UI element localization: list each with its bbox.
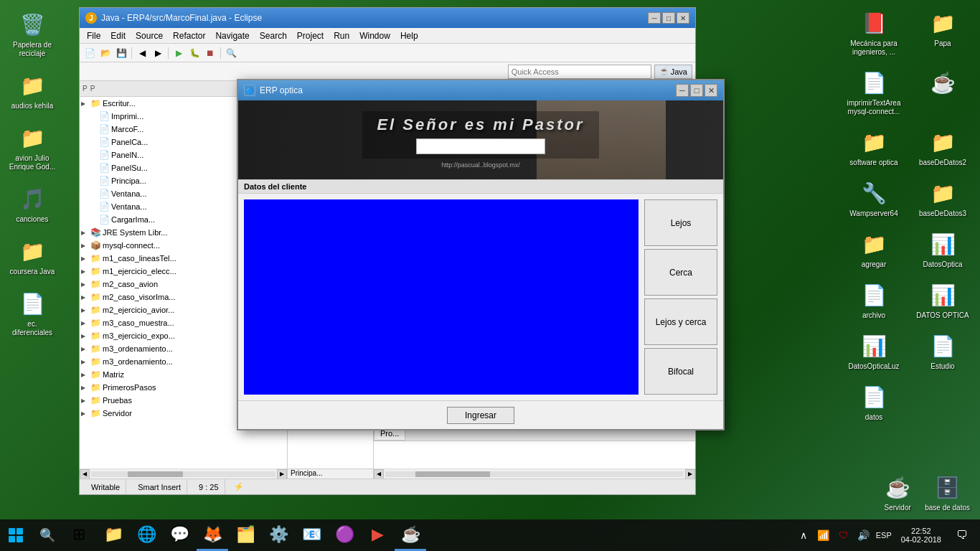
toolbar-search[interactable]: 🔍 — [224, 46, 238, 60]
menu-navigate[interactable]: Navigate — [211, 29, 253, 42]
desktop-icon-datos-optica2[interactable]: 📊 DATOS OPTICA — [911, 278, 974, 323]
desktop-icon-coursera[interactable]: 📁 coursera Java — [4, 234, 61, 279]
eclipse-minimize-btn[interactable]: ─ — [648, 12, 661, 24]
notification-btn[interactable]: 🗨 — [950, 519, 974, 551]
menu-source[interactable]: Source — [131, 29, 167, 42]
taskbar-edge[interactable]: 🌐 — [131, 519, 162, 551]
taskview-icon: ⊞ — [72, 525, 85, 544]
erp-cerca-btn[interactable]: Cerca — [644, 249, 717, 296]
scroll-right-btn[interactable]: ▶ — [277, 469, 287, 479]
erp-lejos-btn[interactable]: Lejos — [644, 199, 717, 246]
taskbar-java[interactable]: ☕ — [395, 519, 426, 551]
taskbar-taskview[interactable]: ⊞ — [63, 519, 95, 551]
eclipse-maximize-btn[interactable]: □ — [662, 12, 675, 24]
desktop-icon-agregar[interactable]: 📁 agregar — [842, 227, 905, 272]
editor-hscroll: ◀ ▶ — [374, 468, 695, 479]
taskbar-explorer[interactable]: 📁 — [98, 519, 129, 551]
desktop-icon-ec[interactable]: 📄 ec. diferenciales — [4, 286, 61, 340]
erp-banner-title: El Señor es mi Pastor — [377, 116, 584, 134]
taskbar-video[interactable]: ▶ — [362, 519, 393, 551]
desktop-icon-canciones[interactable]: 🎵 canciones — [4, 182, 61, 227]
desktop-icon-mecanica[interactable]: 📕 Mecánica para ingenieros, ... — [842, 6, 905, 60]
taskbar-firefox[interactable]: 🦊 — [197, 519, 228, 551]
sidebar-icon-p1: P — [83, 85, 88, 93]
editor-scroll-left[interactable]: ◀ — [374, 469, 384, 479]
desktop-icon-estudio[interactable]: 📄 Estudio — [911, 329, 974, 374]
perspective-java-btn[interactable]: ☕ Java — [654, 65, 692, 79]
taskbar-settings[interactable]: ⚙️ — [263, 519, 294, 551]
erp-minimize-btn[interactable]: ─ — [676, 84, 689, 97]
desktop-icon-wamp[interactable]: 🔧 Wampserver64 — [842, 176, 905, 221]
menu-search[interactable]: Search — [255, 29, 291, 42]
desktop-icon-papa[interactable]: 📁 Papa — [911, 6, 974, 60]
desktop-icon-datos-optica-luz[interactable]: 📊 DatosOpticaLuz — [842, 329, 905, 374]
taskbar-search-btn[interactable]: 🔍 — [32, 519, 63, 551]
scroll-left-btn[interactable]: ◀ — [80, 469, 90, 479]
toolbar-run[interactable]: ▶ — [171, 46, 186, 60]
quick-access-input[interactable] — [508, 65, 651, 79]
eclipse-close-btn[interactable]: ✕ — [677, 12, 689, 24]
menu-project[interactable]: Project — [293, 29, 328, 42]
taskbar-purple[interactable]: 🟣 — [329, 519, 360, 551]
toolbar-open[interactable]: 📂 — [98, 46, 113, 60]
tray-lang[interactable]: ESP — [875, 519, 892, 551]
menu-window[interactable]: Window — [355, 29, 395, 42]
recycle-label: Papelera de reciclaje — [6, 41, 58, 58]
base-datos-icon: 🗄️ — [933, 473, 962, 501]
taskbar-files[interactable]: 🗂️ — [230, 519, 261, 551]
taskbar-clock[interactable]: 22:52 04-02-2018 — [895, 527, 947, 544]
menu-run[interactable]: Run — [329, 29, 354, 42]
tree-label: CargarIma... — [111, 215, 155, 224]
banner-search-field[interactable] — [416, 138, 545, 154]
datos-optica-label: DatosOptica — [923, 260, 962, 269]
editor-scroll-right[interactable]: ▶ — [685, 469, 695, 479]
desktop-icon-servidor[interactable]: ☕ Servidor — [880, 470, 915, 515]
toolbar-stop[interactable]: ⏹ — [203, 46, 217, 60]
tray-volume[interactable]: 🔊 — [855, 519, 872, 551]
eclipse-win-controls: ─ □ ✕ — [648, 12, 689, 24]
desktop-icon-base-datos[interactable]: 🗄️ base de datos — [922, 470, 973, 515]
menu-edit[interactable]: Edit — [106, 29, 130, 42]
bottom-panel: Pro... — [374, 425, 695, 468]
tray-network[interactable]: 📶 — [815, 519, 832, 551]
toolbar-new[interactable]: 📄 — [83, 46, 97, 60]
tray-up-arrow[interactable]: ∧ — [795, 519, 812, 551]
desktop-icon-avion[interactable]: 📁 avion Julio Enrique God... — [4, 121, 61, 174]
desktop-icon-audios[interactable]: 📁 audios kehila — [4, 68, 61, 113]
scroll-track — [91, 471, 275, 477]
tree-label: MarcoF... — [111, 125, 143, 133]
papa-label: Papa — [934, 39, 951, 48]
second-bottom-tab[interactable]: Principa... — [288, 469, 373, 477]
desktop-icon-datos[interactable]: 📄 datos — [842, 380, 905, 425]
servidor-label: Servidor — [885, 504, 911, 512]
menu-help[interactable]: Help — [396, 29, 423, 42]
desktop-icons-right: 📕 Mecánica para ingenieros, ... 📁 Papa 📄… — [837, 0, 980, 502]
file-icon: 📄 — [98, 188, 110, 199]
toolbar-forward[interactable]: ▶ — [151, 46, 165, 60]
desktop-icon-base3[interactable]: 📁 baseDeDatos3 — [911, 176, 974, 221]
erp-lejos-cerca-btn[interactable]: Lejos y cerca — [644, 298, 717, 345]
erp-close-btn[interactable]: ✕ — [705, 84, 717, 97]
taskbar-mail[interactable]: 📧 — [296, 519, 327, 551]
desktop-icon-base2[interactable]: 📁 baseDeDatos2 — [911, 125, 974, 170]
toolbar-save[interactable]: 💾 — [114, 46, 128, 60]
desktop-icon-recycle[interactable]: 🗑️ Papelera de reciclaje — [4, 7, 61, 61]
erp-bifocal-btn[interactable]: Bifocal — [644, 348, 717, 395]
erp-maximize-btn[interactable]: □ — [690, 84, 703, 97]
desktop-icon-archivo[interactable]: 📄 archivo — [842, 278, 905, 323]
toolbar-back[interactable]: ◀ — [135, 46, 149, 60]
desktop-icon-imprimir[interactable]: 📄 imprimirTextArea mysql-connect... — [842, 65, 905, 119]
menu-refactor[interactable]: Refactor — [169, 29, 209, 42]
start-button[interactable] — [0, 519, 32, 551]
search-icon: 🔍 — [39, 527, 55, 543]
volume-icon: 🔊 — [857, 529, 870, 541]
tree-label: m2_caso_avion — [103, 280, 158, 288]
tray-security[interactable]: 🛡 — [835, 519, 852, 551]
desktop-icon-servidor-java[interactable]: ☕ — [911, 65, 974, 119]
toolbar-debug[interactable]: 🐛 — [187, 46, 202, 60]
menu-file[interactable]: File — [83, 29, 105, 42]
erp-ingresar-btn[interactable]: Ingresar — [447, 407, 514, 424]
desktop-icon-datos-optica[interactable]: 📊 DatosOptica — [911, 227, 974, 272]
taskbar-wechat[interactable]: 💬 — [164, 519, 195, 551]
desktop-icon-software-optica[interactable]: 📁 software optica — [842, 125, 905, 170]
